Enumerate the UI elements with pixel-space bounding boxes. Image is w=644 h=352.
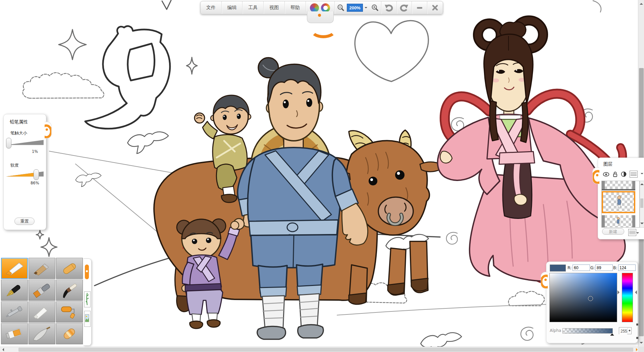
r-value-input[interactable]	[573, 265, 590, 271]
minimize-button[interactable]	[412, 1, 427, 14]
menu-tools-label: 工具	[248, 5, 258, 11]
nature-brush-tab[interactable]	[84, 291, 91, 307]
layer-row-below[interactable]	[602, 215, 635, 227]
layer-list	[601, 181, 640, 228]
horizontal-scroll-thumb[interactable]	[18, 348, 633, 352]
brush-size-value: 1%	[32, 149, 38, 154]
reset-button[interactable]: 重置	[14, 218, 35, 225]
heart-outline	[355, 20, 428, 81]
layer-menu-button[interactable]	[630, 171, 638, 178]
scroll-down-icon[interactable]	[640, 342, 643, 345]
tool-airbrush[interactable]	[1, 301, 28, 322]
fountain-pen-icon	[4, 282, 25, 298]
b-label: B:	[613, 266, 617, 270]
tool-ink-brush[interactable]	[56, 280, 83, 301]
minimize-icon	[417, 7, 422, 9]
layers-collapse-handle[interactable]	[592, 167, 599, 184]
layer-list-scrollbar[interactable]	[640, 181, 644, 228]
layer-row-selected[interactable]	[602, 191, 635, 213]
stamp-picture-tab[interactable]	[84, 311, 91, 327]
tool-wax-crayon[interactable]	[56, 323, 83, 344]
mascot-button[interactable]	[306, 1, 335, 14]
tool-fountain-pen[interactable]	[1, 280, 28, 301]
menu-help[interactable]: 帮助	[284, 1, 306, 14]
zoom-out-button[interactable]	[334, 1, 347, 14]
layer-thumb-figure	[616, 195, 622, 209]
chalk-icon	[31, 304, 53, 320]
resize-dot[interactable]	[636, 337, 638, 339]
chevron-down-icon[interactable]	[636, 232, 639, 235]
menu-tools[interactable]: 工具	[242, 1, 263, 14]
tool-flat-brush[interactable]	[29, 280, 55, 301]
tool-chalk[interactable]	[29, 301, 55, 322]
alpha-value-input[interactable]	[619, 329, 627, 334]
new-layer-button[interactable]: 新建	[602, 228, 624, 235]
visibility-eye-icon[interactable]	[603, 172, 609, 177]
alpha-label: Alpha	[550, 328, 561, 333]
zoom-level-input[interactable]	[347, 4, 363, 12]
main-toolbar: 文件 编辑 工具 视图 帮助	[200, 1, 443, 14]
palette-knife-icon	[31, 326, 53, 342]
tool-paint-tube[interactable]	[1, 323, 28, 344]
b-value-input[interactable]	[618, 265, 636, 271]
redo-button[interactable]	[396, 1, 412, 14]
mascot-smile-icon	[310, 21, 337, 38]
g-value-input[interactable]	[595, 265, 613, 271]
tool-crayon[interactable]	[56, 258, 83, 279]
blend-contrast-icon[interactable]	[621, 171, 627, 177]
scroll-thumb[interactable]	[640, 198, 643, 208]
cloud-bottom-right	[508, 291, 544, 306]
scroll-left-icon[interactable]	[1, 348, 4, 351]
brush-size-slider-handle[interactable]	[6, 138, 11, 149]
tool-palette-knife[interactable]	[29, 323, 55, 344]
softness-label: 软度	[10, 163, 19, 168]
paint-roller-icon	[59, 304, 80, 320]
tool-wood-pencil[interactable]	[29, 258, 55, 279]
layer-row-partial[interactable]	[602, 181, 635, 190]
lock-icon[interactable]	[612, 171, 618, 177]
horizontal-scrollbar[interactable]	[0, 347, 644, 352]
menu-file[interactable]: 文件	[201, 1, 221, 14]
rainbow-face-icon	[310, 3, 319, 12]
scroll-up-icon[interactable]	[640, 1, 643, 5]
saturation-value-square[interactable]	[549, 273, 617, 322]
alpha-slider[interactable]	[562, 328, 613, 334]
brush-size-slider[interactable]	[6, 138, 44, 148]
orange-ear-icon	[541, 275, 548, 289]
mascot-nose-icon	[318, 14, 321, 17]
zoom-dropdown-button[interactable]	[363, 1, 369, 14]
zoom-in-button[interactable]	[369, 1, 381, 14]
softness-slider[interactable]	[6, 169, 44, 179]
menu-view[interactable]: 视图	[263, 1, 284, 14]
orange-dot-icon	[596, 174, 598, 176]
current-color-swatch	[550, 265, 566, 272]
zoom-in-icon	[371, 4, 379, 11]
panel-collapse-handle[interactable]	[45, 122, 52, 138]
panel-title: 铅笔属性	[10, 119, 28, 125]
brush-size-label: 笔触大小	[10, 130, 27, 136]
alpha-marker-icon[interactable]	[610, 332, 614, 336]
scroll-down-icon[interactable]	[640, 223, 644, 226]
brush-size-wedge	[6, 138, 44, 148]
alpha-value-box	[619, 327, 632, 334]
resize-dot[interactable]	[636, 324, 638, 326]
redo-icon	[400, 4, 409, 12]
alpha-spinner[interactable]	[628, 328, 631, 333]
tool-paint-roller[interactable]	[56, 301, 83, 322]
softness-value: 86%	[31, 181, 39, 185]
softness-slider-handle[interactable]	[34, 169, 39, 180]
scroll-up-icon[interactable]	[640, 182, 644, 185]
color-selector-ring[interactable]	[588, 296, 593, 301]
undo-button[interactable]	[381, 1, 396, 14]
close-button[interactable]	[427, 1, 443, 14]
chevron-down-icon[interactable]	[641, 173, 643, 176]
orange-dot-icon	[86, 270, 88, 272]
layers-title: 图层	[603, 161, 612, 167]
orange-ear-icon	[592, 170, 599, 184]
chevron-down-icon	[365, 7, 367, 10]
hue-slider[interactable]	[622, 273, 633, 322]
new-layer-menu-button[interactable]	[628, 229, 636, 236]
color-collapse-handle[interactable]	[541, 272, 548, 289]
tool-sharp-pencil[interactable]	[1, 258, 28, 279]
menu-edit[interactable]: 编辑	[221, 1, 243, 14]
